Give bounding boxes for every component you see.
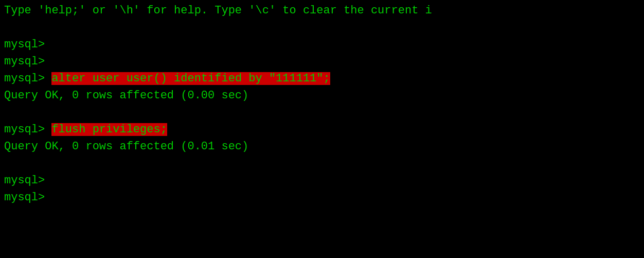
prompt-line-1: mysql> [4, 36, 640, 53]
alter-prefix: mysql> [4, 72, 51, 85]
alter-command: alter user user() identified by "111111"… [51, 72, 330, 85]
empty-line-3 [4, 155, 640, 172]
alter-user-line: mysql> alter user user() identified by "… [4, 70, 640, 87]
flush-privileges-line: mysql> flush privileges; [4, 121, 640, 138]
empty-line-1 [4, 19, 640, 36]
query-ok-line-1: Query OK, 0 rows affected (0.00 sec) [4, 87, 640, 104]
query-ok-line-2: Query OK, 0 rows affected (0.01 sec) [4, 138, 640, 155]
prompt-line-4: mysql> [4, 189, 640, 206]
terminal-window[interactable]: Type 'help;' or '\h' for help. Type '\c'… [0, 0, 644, 258]
prompt-line-2: mysql> [4, 53, 640, 70]
prompt-line-3: mysql> [4, 172, 640, 189]
flush-command: flush privileges; [51, 123, 167, 136]
empty-line-2 [4, 104, 640, 121]
help-line: Type 'help;' or '\h' for help. Type '\c'… [4, 2, 640, 19]
flush-prefix: mysql> [4, 123, 51, 136]
